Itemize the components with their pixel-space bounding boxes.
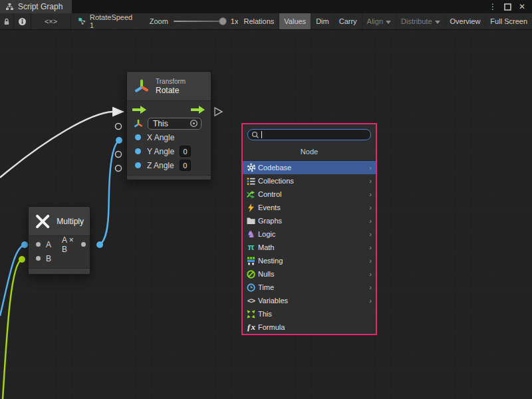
info-button[interactable] (14, 13, 31, 29)
dropdown-caret-icon (386, 21, 391, 24)
maximize-button[interactable] (501, 1, 513, 13)
a-port-connection-dot[interactable] (21, 241, 28, 248)
chevron-right-icon: › (369, 177, 372, 185)
graph-canvas[interactable]: Transform Rotate (0, 30, 532, 399)
chevron-right-icon: › (369, 257, 372, 265)
align-dropdown[interactable]: Align (362, 13, 396, 29)
finder-item-this[interactable]: This (243, 307, 376, 321)
a-row: A A × B (29, 237, 90, 251)
transform-axes-icon (134, 78, 150, 94)
finder-item-codebase[interactable]: Codebase › (243, 161, 376, 174)
finder-item-control[interactable]: Control › (243, 188, 376, 201)
yangle-row: Y Angle 0 (127, 144, 211, 158)
finder-item-graphs[interactable]: Graphs › (243, 214, 376, 227)
multiply-node-header: Multiply (29, 207, 90, 236)
xangle-input-dot[interactable] (135, 134, 141, 140)
window-menu-button[interactable]: ⋮ (487, 1, 499, 13)
b-port-connection-dot[interactable] (19, 256, 25, 263)
finder-item-events[interactable]: Events › (243, 201, 376, 214)
zangle-input-dot[interactable] (135, 162, 141, 168)
yangle-input-dot[interactable] (135, 148, 141, 154)
graph-reference[interactable]: RotateSpeed 1 (71, 13, 140, 29)
incoming-b-wire[interactable] (3, 259, 22, 399)
info-icon (18, 17, 27, 26)
zangle-row: Z Angle 0 (127, 158, 211, 172)
finder-search-input[interactable] (247, 129, 371, 140)
title-bar: Script Graph ⋮ ✕ (0, 0, 532, 13)
overview-button[interactable]: Overview (445, 13, 485, 29)
finder-item-collections[interactable]: Collections › (243, 174, 376, 188)
zoom-slider[interactable] (174, 21, 225, 22)
knight-icon: ♞ (246, 229, 256, 239)
multiply-output-connection-dot[interactable] (96, 241, 103, 248)
graph-toolbar: <×> RotateSpeed 1 Zoom 1x Relations Valu… (0, 13, 532, 30)
output-label: A × B (62, 235, 76, 254)
object-picker-icon[interactable] (190, 119, 198, 128)
flow-input-arrow-icon[interactable] (132, 106, 147, 114)
relations-button[interactable]: Relations (238, 13, 279, 29)
carry-button[interactable]: Carry (334, 13, 362, 29)
node-footer (127, 175, 211, 180)
yangle-port-circle[interactable] (116, 152, 122, 158)
flow-row (127, 102, 211, 116)
finder-item-logic[interactable]: ♞ Logic › (243, 227, 376, 241)
close-button[interactable]: ✕ (516, 1, 528, 13)
gear-icon (246, 163, 256, 172)
this-port-circle[interactable] (116, 124, 122, 130)
distribute-dropdown[interactable]: Distribute (396, 13, 444, 29)
zoom-slider-handle[interactable] (219, 17, 227, 25)
rotate-node[interactable]: Transform Rotate (126, 71, 211, 180)
chevron-right-icon: › (369, 190, 372, 198)
a-input-dot[interactable] (36, 242, 41, 247)
fullscreen-button[interactable]: Full Screen (485, 13, 532, 29)
finder-item-formula[interactable]: ƒx Formula (243, 321, 376, 334)
multiply-node[interactable]: Multiply A A × B B (28, 206, 90, 275)
control-flow-wire[interactable] (0, 112, 113, 178)
b-input-dot[interactable] (36, 256, 41, 261)
null-slash-icon (246, 269, 256, 279)
flow-output-arrow-icon[interactable] (191, 106, 205, 114)
chevron-right-icon: › (369, 243, 372, 251)
zangle-value-field[interactable]: 0 (180, 160, 191, 171)
values-button[interactable]: Values (279, 13, 311, 29)
maximize-icon (504, 3, 511, 11)
edit-code-button[interactable]: <×> (31, 13, 72, 29)
transform-axes-icon (134, 119, 143, 128)
close-icon: ✕ (519, 2, 525, 11)
chevron-right-icon: › (369, 270, 372, 278)
finder-header: Node (243, 144, 376, 161)
finder-item-nesting[interactable]: Nesting › (243, 254, 376, 267)
text-cursor (261, 131, 262, 138)
kebab-menu-icon: ⋮ (489, 2, 497, 11)
multiply-x-icon (35, 213, 51, 230)
lightning-bolt-icon (246, 203, 256, 212)
zangle-label: Z Angle (147, 161, 174, 170)
flow-arrowhead-icon (112, 107, 124, 117)
chevron-right-icon: › (369, 230, 372, 238)
dim-button[interactable]: Dim (311, 13, 334, 29)
incoming-a-wire[interactable] (0, 245, 25, 316)
finder-item-math[interactable]: π Math › (243, 241, 376, 254)
yangle-label: Y Angle (147, 147, 174, 156)
this-object-field[interactable]: This (148, 118, 201, 130)
finder-item-nulls[interactable]: Nulls › (243, 267, 376, 281)
node-category: Transform (156, 77, 186, 86)
search-icon (251, 131, 259, 139)
yangle-value-field[interactable]: 0 (180, 146, 191, 157)
output-dot[interactable] (81, 242, 86, 247)
branch-arrows-icon (246, 190, 256, 199)
lock-button[interactable] (0, 13, 14, 29)
chevron-right-icon: › (369, 203, 372, 211)
node-title: Multiply (57, 217, 84, 226)
tab-script-graph[interactable]: Script Graph (0, 0, 72, 13)
machine-icon (246, 256, 256, 265)
fx-icon: ƒx (246, 323, 256, 332)
zoom-value: 1x (231, 17, 239, 25)
flow-output-triangle[interactable] (215, 108, 222, 116)
finder-item-time[interactable]: Time › (243, 281, 376, 294)
finder-item-variables[interactable]: <> Variables › (243, 294, 376, 307)
zangle-port-circle[interactable] (116, 166, 122, 172)
xangle-port-dot[interactable] (116, 137, 122, 144)
xangle-row: X Angle (127, 130, 211, 144)
node-footer (29, 268, 90, 274)
